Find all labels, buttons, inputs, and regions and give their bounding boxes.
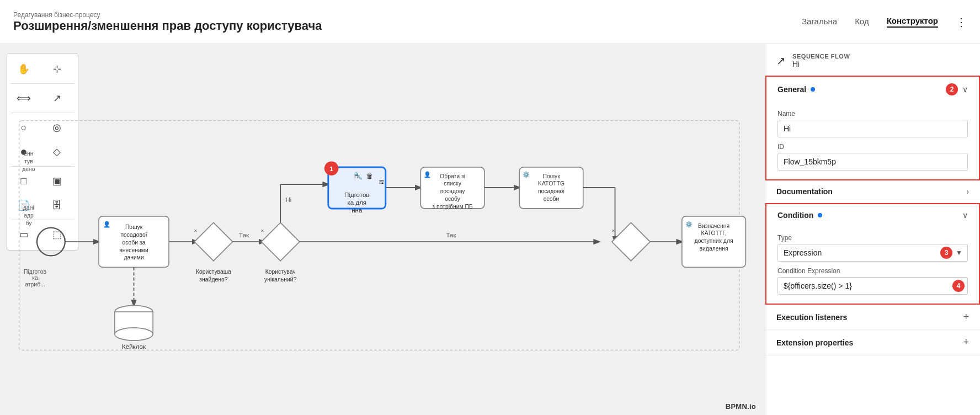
type-select-wrapper: Expression Default None 3 ▼ xyxy=(777,244,968,262)
extension-properties-section: Extension properties + xyxy=(765,330,980,355)
condition-chevron-icon: ∨ xyxy=(962,211,968,220)
svg-text:🔧: 🔧 xyxy=(354,172,363,180)
documentation-chevron-icon: › xyxy=(966,187,969,196)
page-title: Розширення/зменшення прав доступу корист… xyxy=(13,19,322,33)
svg-text:унікальний?: унікальний? xyxy=(264,276,297,283)
execution-listeners-section: Execution listeners + xyxy=(765,305,980,330)
svg-text:видалення: видалення xyxy=(700,246,728,252)
general-chevron-icon: ∨ xyxy=(962,85,968,94)
name-field-input[interactable]: Hi xyxy=(777,120,968,137)
svg-text:енн: енн xyxy=(24,151,33,157)
svg-text:тув: тув xyxy=(24,158,33,164)
header-menu-icon[interactable]: ⋮ xyxy=(956,15,967,29)
id-field-input[interactable]: Flow_15bkm5p xyxy=(777,153,968,171)
svg-text:Обрати зі: Обрати зі xyxy=(440,173,465,179)
svg-text:особи за: особи за xyxy=(122,240,146,246)
general-section-dot xyxy=(811,87,815,92)
svg-marker-25 xyxy=(262,222,300,260)
svg-text:Визначення: Визначення xyxy=(698,223,729,229)
svg-text:Користу­ваша: Користу­ваша xyxy=(196,269,231,275)
svg-text:Підготов: Підготов xyxy=(344,191,369,198)
panel-header: ↗ SEQUENCE FLOW Hi xyxy=(765,44,980,76)
type-select[interactable]: Expression Default None xyxy=(777,244,968,262)
nav-general[interactable]: Загальна xyxy=(802,17,837,27)
extension-properties-add-icon[interactable]: + xyxy=(963,337,969,348)
svg-text:доступних для: доступних для xyxy=(695,238,733,244)
svg-text:👤: 👤 xyxy=(103,221,110,228)
svg-text:посадову: посадову xyxy=(440,188,465,194)
svg-text:ка: ка xyxy=(32,275,38,281)
svg-text:Hi: Hi xyxy=(285,196,291,203)
main-layout: ✋ ⊹ ⟺ ↗ ○ ◎ ● ◇ □ ▣ 📄 🗄 ▭ ⬚ xyxy=(0,44,980,415)
extension-properties-header[interactable]: Extension properties + xyxy=(765,330,980,355)
svg-text:👤: 👤 xyxy=(424,171,431,178)
svg-text:Підготов: Підготов xyxy=(24,269,46,275)
documentation-header-left: Documentation xyxy=(776,187,833,196)
svg-text:Кейклок: Кейклок xyxy=(122,343,146,350)
condition-section-body: Type Expression Default None 3 ▼ Conditi… xyxy=(766,226,979,304)
sequence-flow-icon: ↗ xyxy=(776,54,786,67)
svg-text:дані: дані xyxy=(23,205,34,211)
page-subtitle: Редагування бізнес-процесу xyxy=(13,11,322,19)
svg-text:✕: ✕ xyxy=(260,228,264,233)
nav-constructor[interactable]: Конструктор xyxy=(887,16,938,28)
badge-4: 4 xyxy=(952,280,965,292)
svg-text:даними: даними xyxy=(124,254,143,260)
element-type-label: SEQUENCE FLOW xyxy=(792,53,850,60)
nav-code[interactable]: Код xyxy=(855,17,869,27)
svg-text:Пошук: Пошук xyxy=(542,173,560,179)
condition-section: Condition ∨ Type Expression Default None… xyxy=(765,203,980,305)
svg-text:знайдено?: знайдено? xyxy=(199,276,227,283)
svg-text:Так: Так xyxy=(239,232,249,238)
svg-text:Користу­вач: Користу­вач xyxy=(265,269,296,275)
svg-text:⚙️: ⚙️ xyxy=(523,171,530,178)
svg-marker-61 xyxy=(612,222,650,260)
svg-text:КАТОТТГ,: КАТОТТГ, xyxy=(701,231,727,237)
svg-text:KATOTTG: KATOTTG xyxy=(538,180,564,187)
general-section-title: General xyxy=(777,85,806,94)
svg-text:внесени­ми: внесени­ми xyxy=(119,247,148,253)
type-field-label: Type xyxy=(777,234,968,242)
svg-text:атриб...: атриб... xyxy=(25,281,45,288)
svg-text:дено: дено xyxy=(22,166,35,172)
svg-text:Так: Так xyxy=(446,232,457,238)
id-field-label: ID xyxy=(777,143,968,151)
svg-text:бу: бу xyxy=(26,220,33,226)
type-select-badge-wrapper: 3 xyxy=(940,247,952,259)
documentation-section-header[interactable]: Documentation › xyxy=(765,180,980,203)
execution-listeners-header[interactable]: Execution listeners + xyxy=(765,305,980,329)
svg-text:нна: нна xyxy=(351,207,363,214)
header-left: Редагування бізнес-процесу Розширення/зм… xyxy=(13,11,322,33)
svg-text:⚙️: ⚙️ xyxy=(685,221,693,228)
general-section-right: 2 ∨ xyxy=(946,83,968,95)
svg-text:≋: ≋ xyxy=(379,178,385,186)
svg-text:особи: особи xyxy=(544,196,560,202)
svg-text:✕: ✕ xyxy=(611,228,615,233)
condition-expression-input[interactable] xyxy=(777,277,968,295)
svg-text:списку: списку xyxy=(444,180,461,187)
name-field-label: Name xyxy=(777,110,968,118)
execution-listeners-add-icon[interactable]: + xyxy=(963,311,969,323)
general-section-body: Name Hi ID Flow_15bkm5p xyxy=(766,102,979,179)
badge-3: 3 xyxy=(940,247,952,259)
svg-text:✕: ✕ xyxy=(194,228,198,233)
condition-section-header[interactable]: Condition ∨ xyxy=(766,204,979,226)
svg-text:посадової: посадової xyxy=(538,188,564,194)
svg-point-1 xyxy=(37,228,65,256)
condition-expression-wrapper: 4 xyxy=(777,277,968,295)
bpmn-diagram[interactable]: Підготов ка атриб... 👤 Пошук посадо­вої … xyxy=(0,44,765,415)
svg-text:1: 1 xyxy=(329,166,333,172)
svg-text:особу: особу xyxy=(445,196,461,202)
svg-text:адр: адр xyxy=(24,212,34,219)
svg-point-16 xyxy=(115,328,153,340)
header: Редагування бізнес-процесу Розширення/зм… xyxy=(0,0,980,44)
condition-expression-label: Condition Expression xyxy=(777,267,968,275)
general-section-header[interactable]: General 2 ∨ xyxy=(766,77,979,102)
element-name-label: Hi xyxy=(792,60,850,68)
canvas-area[interactable]: ✋ ⊹ ⟺ ↗ ○ ◎ ● ◇ □ ▣ 📄 🗄 ▭ ⬚ xyxy=(0,44,765,415)
svg-text:🗑: 🗑 xyxy=(366,172,374,180)
condition-section-dot xyxy=(818,213,822,217)
badge-2: 2 xyxy=(946,83,958,95)
right-panel: ↗ SEQUENCE FLOW Hi General 2 ∨ Name Hi xyxy=(765,44,980,415)
panel-header-content: SEQUENCE FLOW Hi xyxy=(792,53,850,68)
